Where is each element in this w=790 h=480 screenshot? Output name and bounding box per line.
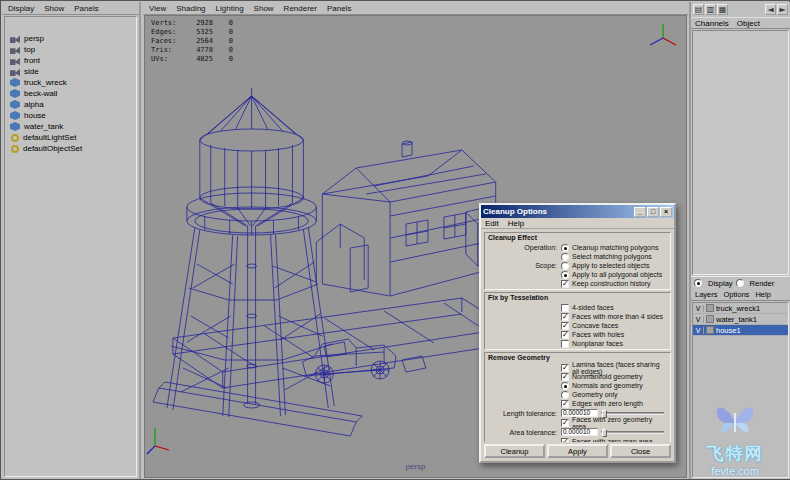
operation-row-1: Operation: Cleanup matching polygons — [485, 243, 670, 252]
menu-renderer[interactable]: Renderer — [284, 4, 317, 13]
maximize-icon[interactable]: □ — [647, 207, 659, 217]
zero-map-area-checkbox[interactable] — [561, 438, 569, 443]
display-mode-radio[interactable] — [694, 279, 702, 287]
outliner-item-top[interactable]: top — [5, 44, 136, 55]
zero-geometry-area-checkbox[interactable] — [561, 419, 569, 427]
hud-selected-count: 0 — [213, 55, 233, 64]
layer-list: V truck_wreck1 V water_tank1 V house1 — [692, 302, 789, 478]
more-than-four-sides-checkbox[interactable] — [561, 313, 569, 321]
menu-panels[interactable]: Panels — [327, 4, 351, 13]
outliner-item-label: defaultLightSet — [23, 133, 76, 142]
hud-row: Verts:29280 — [151, 19, 233, 28]
faces-with-holes-checkbox[interactable] — [561, 331, 569, 339]
render-mode-radio[interactable] — [736, 279, 744, 287]
menu-channels[interactable]: Channels — [695, 19, 729, 28]
channel-box-menubar: Channels Object — [691, 17, 790, 29]
hud-selected-count: 0 — [213, 19, 233, 28]
outliner-item-label: house — [24, 111, 46, 120]
checkbox-label: Nonmanifold geometry — [572, 373, 642, 380]
hud-row: UVs:48250 — [151, 55, 233, 64]
minimize-icon[interactable]: _ — [634, 207, 646, 217]
hud-selected-count: 0 — [213, 28, 233, 37]
collapse-panel-icon[interactable]: ◄ — [765, 4, 776, 15]
two-pane-layout-icon[interactable]: ▥ — [705, 4, 716, 15]
geometry-only-radio[interactable] — [561, 391, 569, 399]
menu-help[interactable]: Help — [508, 219, 524, 228]
outliner-item-house[interactable]: house — [5, 110, 136, 121]
apply-all-radio[interactable] — [561, 271, 569, 279]
outliner-item-label: water_tank — [24, 122, 63, 131]
menu-lighting[interactable]: Lighting — [216, 4, 244, 13]
menu-shading[interactable]: Shading — [176, 4, 205, 13]
select-matching-radio[interactable] — [561, 253, 569, 261]
normals-and-geometry-radio[interactable] — [561, 382, 569, 390]
nonplanar-faces-checkbox[interactable] — [561, 340, 569, 348]
outliner-item-truck-wreck[interactable]: truck_wreck — [5, 77, 136, 88]
menu-view[interactable]: View — [149, 4, 166, 13]
outliner-item-side[interactable]: side — [5, 66, 136, 77]
set-icon — [11, 134, 19, 142]
zero-length-edges-checkbox[interactable] — [561, 400, 569, 408]
layer-color-swatch[interactable] — [706, 315, 714, 323]
outliner-item-persp[interactable]: persp — [5, 33, 136, 44]
geom-area-tolerance-field[interactable] — [561, 428, 598, 436]
grid-pane-layout-icon[interactable]: ▦ — [717, 4, 728, 15]
layer-color-swatch[interactable] — [706, 326, 714, 334]
radio-label: Normals and geometry — [572, 382, 643, 389]
four-sided-faces-checkbox[interactable] — [561, 304, 569, 312]
layer-color-swatch[interactable] — [706, 304, 714, 312]
channel-box-area[interactable] — [692, 30, 789, 275]
outliner-item-alpha[interactable]: alpha — [5, 99, 136, 110]
expand-panel-icon[interactable]: ► — [777, 4, 788, 15]
apply-button[interactable]: Apply — [547, 444, 608, 458]
menu-show[interactable]: Show — [44, 4, 64, 13]
menu-help[interactable]: Help — [755, 290, 770, 299]
outliner-item-beck-wall[interactable]: beck-wall — [5, 88, 136, 99]
menu-display[interactable]: Display — [8, 4, 34, 13]
layer-visibility-toggle[interactable]: V — [693, 327, 704, 334]
scope-row-1: Scope: Apply to selected objects — [485, 261, 670, 270]
length-tolerance-slider[interactable] — [601, 412, 664, 415]
layer-visibility-toggle[interactable]: V — [693, 316, 704, 323]
layer-visibility-toggle[interactable]: V — [693, 305, 704, 312]
outliner-item-label: front — [24, 56, 40, 65]
nonmanifold-checkbox[interactable] — [561, 373, 569, 381]
concave-faces-checkbox[interactable] — [561, 322, 569, 330]
scope-row-2: Apply to all polygonal objects — [485, 270, 670, 279]
layer-name: truck_wreck1 — [716, 304, 760, 313]
section-title: Cleanup Effect — [485, 233, 670, 243]
radio-label: Cleanup matching polygons — [572, 244, 658, 251]
slider-handle[interactable] — [602, 429, 607, 437]
slider-handle[interactable] — [602, 410, 607, 418]
close-button[interactable]: Close — [610, 444, 671, 458]
layer-row-house1[interactable]: V house1 — [693, 325, 788, 336]
lamina-faces-checkbox[interactable] — [561, 364, 569, 372]
menu-object[interactable]: Object — [737, 19, 760, 28]
section-title: Fix by Tesselation — [485, 293, 670, 303]
geom-area-tolerance-slider[interactable] — [601, 431, 664, 434]
poly-count-hud: Verts:29280 Edges:53250 Faces:25640 Tris… — [151, 19, 233, 64]
radio-label: Geometry only — [572, 391, 618, 398]
layer-row-water-tank1[interactable]: V water_tank1 — [693, 314, 788, 325]
checkbox-label: Edges with zero length — [572, 400, 643, 407]
single-pane-layout-icon[interactable]: ▤ — [693, 4, 704, 15]
menu-edit[interactable]: Edit — [485, 219, 499, 228]
menu-panels[interactable]: Panels — [74, 4, 98, 13]
outliner-item-default-object-set[interactable]: defaultObjectSet — [5, 143, 136, 154]
menu-options[interactable]: Options — [724, 290, 750, 299]
cleanup-matching-radio[interactable] — [561, 244, 569, 252]
area-tolerance-label: Area tolerance: — [485, 429, 561, 436]
hud-label: Faces: — [151, 37, 185, 46]
outliner-item-default-light-set[interactable]: defaultLightSet — [5, 132, 136, 143]
apply-selected-radio[interactable] — [561, 262, 569, 270]
radio-label: Select matching polygons — [572, 253, 652, 260]
dialog-titlebar[interactable]: Cleanup Options _ □ × — [481, 205, 674, 218]
outliner-item-front[interactable]: front — [5, 55, 136, 66]
menu-layers[interactable]: Layers — [695, 290, 718, 299]
keep-history-checkbox[interactable] — [561, 280, 569, 288]
cleanup-button[interactable]: Cleanup — [484, 444, 545, 458]
close-icon[interactable]: × — [660, 207, 672, 217]
outliner-item-water-tank[interactable]: water_tank — [5, 121, 136, 132]
layer-row-truck-wreck1[interactable]: V truck_wreck1 — [693, 303, 788, 314]
menu-show[interactable]: Show — [254, 4, 274, 13]
